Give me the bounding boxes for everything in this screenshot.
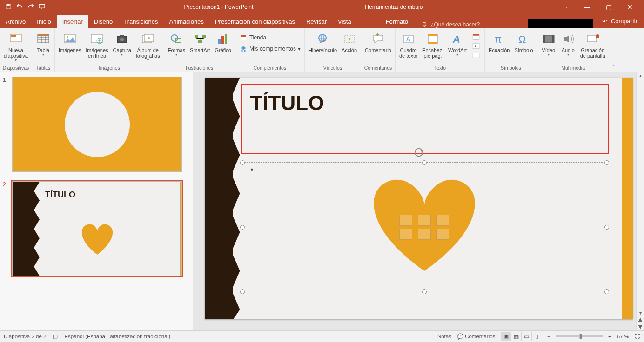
next-slide-icon[interactable]: ⯆ [638,323,643,330]
group-diapositivas: Nueva diapositiva▾ Diapositivas [0,28,32,72]
tab-presentacion[interactable]: Presentación con diapositivas [209,15,301,28]
tab-insertar[interactable]: Insertar [57,15,88,28]
resize-handle[interactable] [240,289,245,294]
svg-point-18 [120,38,124,41]
svg-rect-49 [543,35,545,43]
resize-handle[interactable] [604,160,609,165]
vertical-scrollbar[interactable]: ▴ ▾ ⯅ ⯆ [636,72,644,330]
header-footer-button[interactable]: Encabez. pie pág. [420,31,445,59]
video-button[interactable]: Vídeo▾ [539,31,558,58]
minimize-button[interactable]: — [578,3,597,11]
photo-album-button[interactable]: Álbum de fotografías▾ [134,31,162,64]
insert-picture-icon[interactable] [399,229,412,240]
zoom-level[interactable]: 67 % [617,334,629,339]
scroll-up-icon[interactable]: ▴ [639,72,642,79]
online-images-button[interactable]: Imágenes en línea [84,31,110,59]
redo-icon[interactable] [27,3,34,12]
normal-view-button[interactable]: ▣ [501,332,511,341]
slide-canvas[interactable]: TÍTULO • [205,78,633,319]
resize-handle[interactable] [604,289,609,294]
shapes-button[interactable]: Formas▾ [166,31,187,58]
thumbnail-1[interactable]: 1 [0,72,193,177]
smartart-button[interactable]: SmartArt [188,31,212,54]
resize-handle[interactable] [422,289,427,294]
collapse-ribbon-button[interactable]: ˆ [609,28,618,72]
screenshot-button[interactable]: Captura▾ [111,31,133,58]
tab-diseno[interactable]: Diseño [88,15,118,28]
tab-formato[interactable]: Formato [380,15,414,28]
rotate-handle-icon[interactable] [414,147,424,158]
images-button[interactable]: Imágenes [57,31,83,54]
date-time-icon[interactable] [471,33,481,41]
group-ilustraciones: Formas▾ SmartArt Gráfico Ilustraciones [164,28,235,72]
tab-archivo[interactable]: Archivo [0,15,31,28]
hyperlink-button[interactable]: Hipervínculo [307,31,339,54]
sorter-view-button[interactable]: ▦ [511,332,521,341]
share-button[interactable]: Compartir [595,14,644,28]
ribbon-options-icon[interactable]: ▫ [557,3,575,11]
slide-counter[interactable]: Diapositiva 2 de 2 [4,334,46,339]
slide-thumbnails-panel[interactable]: 1 2 TÍTULO [0,72,193,330]
content-placeholder[interactable]: • [242,162,607,292]
comments-button[interactable]: 💬 Comentarios [457,333,495,340]
spellcheck-icon[interactable]: ▢ [53,333,58,340]
resize-handle[interactable] [240,225,245,230]
tab-inicio[interactable]: Inicio [31,15,56,28]
resize-handle[interactable] [604,225,609,230]
table-button[interactable]: Tabla▾ [34,31,53,58]
zoom-out-button[interactable]: − [547,334,550,339]
tab-animaciones[interactable]: Animaciones [163,15,209,28]
chart-button[interactable]: Gráfico [213,31,233,54]
thumbnail-2[interactable]: 2 TÍTULO [0,177,193,281]
insert-video-icon[interactable] [436,229,449,240]
tab-revisar[interactable]: Revisar [301,15,332,28]
group-complementos: Tienda Mis complementos ▾ Complementos [235,28,305,72]
scroll-down-icon[interactable]: ▾ [639,309,642,316]
insert-table-icon[interactable] [399,215,412,226]
zoom-slider[interactable] [556,335,603,337]
insert-smartart-icon[interactable] [436,215,449,226]
comment-button[interactable]: Comentario [363,31,393,54]
reading-view-button[interactable]: ▭ [521,332,531,341]
action-button[interactable]: Acción [340,31,359,54]
fit-to-window-button[interactable]: ⛶ [635,334,640,339]
close-button[interactable]: ✕ [621,3,639,11]
group-label: Símbolos [487,64,535,72]
slideshow-view-button[interactable]: ▯ [531,332,542,341]
resize-handle[interactable] [240,160,245,165]
equation-button[interactable]: πEcuación [487,31,511,54]
badge-shape [65,92,130,157]
notes-button[interactable]: ≐ Notas [431,333,451,340]
tab-transiciones[interactable]: Transiciones [118,15,163,28]
prev-slide-icon[interactable]: ⯅ [638,316,643,323]
tell-me-search[interactable]: ¿Qué desea hacer? [414,21,528,28]
title-placeholder[interactable]: TÍTULO [241,84,609,154]
svg-point-4 [603,20,605,22]
document-title: Presentación1 - PowerPoint [184,4,254,10]
object-icon[interactable] [471,51,481,59]
language-indicator[interactable]: Español (España - alfabetización tradici… [64,334,170,339]
svg-rect-25 [195,35,198,38]
wordart-button[interactable]: AWordArt▾ [446,31,469,58]
group-vinculos: Hipervínculo Acción Vínculos [305,28,361,72]
slide-number-icon[interactable]: # [471,42,481,50]
undo-icon[interactable] [16,3,23,12]
resize-handle[interactable] [422,160,427,165]
new-slide-button[interactable]: Nueva diapositiva▾ [2,31,30,64]
my-addins-button[interactable]: Mis complementos ▾ [239,45,301,53]
zoom-in-button[interactable]: + [608,334,611,339]
tab-vista[interactable]: Vista [332,15,357,28]
heart-shape [74,220,121,257]
insert-online-picture-icon[interactable] [418,229,431,240]
save-icon[interactable] [5,3,12,12]
textbox-button[interactable]: ACuadro de texto [397,31,419,59]
symbol-button[interactable]: ΩSímbolo [512,31,535,54]
slide-editor[interactable]: TÍTULO • [193,72,644,330]
audio-button[interactable]: Audio▾ [559,31,577,58]
insert-chart-icon[interactable] [418,215,431,226]
start-slideshow-icon[interactable] [38,3,46,12]
screen-recording-button[interactable]: Grabación de pantalla [578,31,607,59]
group-imagenes: Imágenes Imágenes en línea Captura▾ Álbu… [55,28,164,72]
maximize-button[interactable]: ▢ [599,3,618,11]
store-button[interactable]: Tienda [239,33,301,42]
